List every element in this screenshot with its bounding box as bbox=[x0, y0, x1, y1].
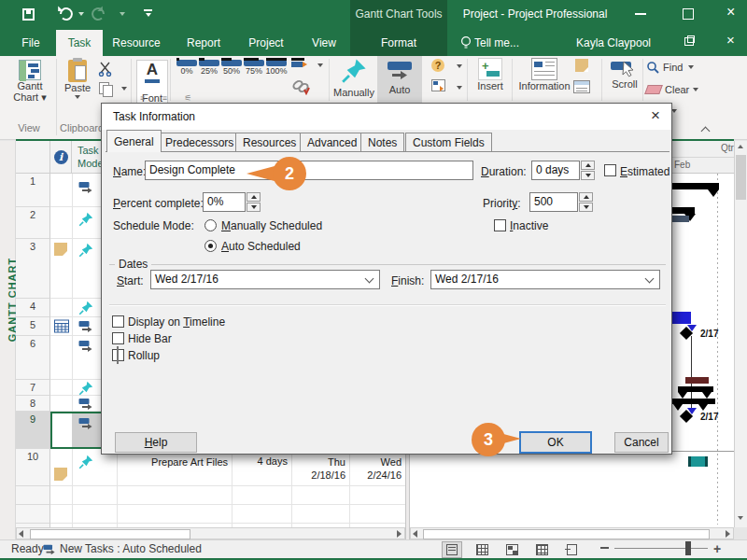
priority-spinner[interactable] bbox=[579, 192, 593, 212]
row-number-1[interactable]: 1 bbox=[16, 174, 50, 207]
copy-dropdown[interactable] bbox=[121, 87, 127, 91]
minimize-button[interactable] bbox=[635, 13, 646, 15]
collapse-ribbon-button[interactable] bbox=[698, 125, 712, 134]
cell-duration-row10[interactable]: 4 days bbox=[233, 455, 288, 467]
tab-view[interactable]: View bbox=[304, 30, 344, 56]
zoom-slider-handle[interactable] bbox=[685, 541, 691, 555]
tab-resource[interactable]: Resource bbox=[106, 30, 166, 56]
name-input[interactable]: Design Complete bbox=[145, 161, 473, 180]
tab-project[interactable]: Project bbox=[241, 30, 291, 56]
dialog-tab-advanced[interactable]: Advanced bbox=[300, 133, 364, 152]
manually-scheduled-radio[interactable] bbox=[204, 219, 217, 231]
priority-input[interactable]: 500 bbox=[529, 192, 578, 212]
tab-task[interactable]: Task bbox=[56, 30, 103, 56]
respect-links-dropdown[interactable] bbox=[317, 63, 323, 67]
chart-vscrollbar[interactable] bbox=[734, 141, 747, 527]
maximize-button[interactable] bbox=[683, 8, 694, 20]
pct-50-button[interactable]: 50% bbox=[220, 60, 243, 80]
row-number-6[interactable]: 6 bbox=[16, 336, 50, 380]
tab-report[interactable]: Report bbox=[179, 30, 228, 56]
row-number-3[interactable]: 3 bbox=[16, 239, 50, 299]
percent-spinner[interactable] bbox=[247, 192, 261, 212]
view-sheet-button[interactable] bbox=[531, 541, 552, 558]
find-button[interactable]: Find bbox=[646, 60, 702, 75]
details-button[interactable] bbox=[573, 80, 594, 97]
information-button[interactable]: Information bbox=[515, 58, 573, 102]
link-tasks-button[interactable] bbox=[291, 78, 312, 97]
view-form-button[interactable] bbox=[561, 541, 582, 558]
insert-task-button[interactable]: + Insert bbox=[472, 58, 508, 102]
auto-scheduled-radio[interactable] bbox=[204, 240, 217, 252]
row-number-empty-2[interactable] bbox=[16, 505, 50, 524]
status-new-tasks[interactable]: New Tasks : Auto Scheduled bbox=[60, 542, 202, 555]
respect-links-button[interactable] bbox=[291, 58, 312, 73]
estimated-checkbox[interactable] bbox=[604, 164, 616, 176]
row-number-5[interactable]: 5 bbox=[16, 317, 50, 336]
row-number-empty-1[interactable] bbox=[16, 486, 50, 505]
row-number-4[interactable]: 4 bbox=[16, 299, 50, 317]
redo-button[interactable] bbox=[90, 6, 108, 22]
auto-schedule-button[interactable]: Auto bbox=[377, 56, 422, 103]
cancel-button[interactable]: Cancel bbox=[614, 432, 669, 453]
start-combo-chevron[interactable] bbox=[365, 274, 374, 284]
zoom-in-button[interactable]: + bbox=[713, 541, 721, 556]
start-combobox[interactable]: Wed 2/17/16 bbox=[150, 270, 380, 289]
ok-button[interactable]: OK bbox=[519, 431, 592, 454]
zoom-slider-track[interactable] bbox=[614, 548, 708, 549]
cell-task-name-row10[interactable]: Prepare Art Files bbox=[120, 455, 228, 483]
cell-start-row10[interactable]: Thu 2/18/16 bbox=[293, 455, 345, 483]
row-number-8[interactable]: 8 bbox=[16, 396, 50, 412]
view-gantt-button[interactable] bbox=[442, 541, 462, 558]
inactivate-dropdown[interactable] bbox=[457, 64, 462, 68]
chart-hscrollbar[interactable] bbox=[410, 527, 734, 539]
close-button[interactable]: × bbox=[726, 4, 735, 21]
user-name[interactable]: Kayla Claypool bbox=[571, 30, 655, 56]
cell-finish-row10[interactable]: Wed 2/24/16 bbox=[351, 455, 402, 483]
vscroll-up-arrow[interactable] bbox=[738, 145, 743, 148]
table-hscrollbar[interactable] bbox=[16, 527, 405, 539]
finish-combobox[interactable]: Wed 2/17/16 bbox=[430, 270, 660, 289]
gantt-chart-view-button[interactable]: Gantt Chart ▾ bbox=[7, 60, 52, 119]
dialog-title-bar[interactable]: Task Information × bbox=[102, 104, 671, 130]
clear-button[interactable]: Clear bbox=[646, 82, 702, 97]
restore-window-button[interactable] bbox=[684, 37, 694, 46]
pct-0-button[interactable]: 0% bbox=[176, 60, 198, 80]
scroll-to-task-button[interactable]: Scroll bbox=[607, 58, 642, 102]
dialog-close-icon[interactable]: × bbox=[651, 106, 660, 125]
help-button[interactable]: Help bbox=[115, 432, 197, 453]
percent-complete-input[interactable]: 0% bbox=[203, 192, 246, 212]
dialog-tab-general[interactable]: General bbox=[106, 130, 162, 152]
tell-me-box[interactable]: Tell me... bbox=[474, 30, 527, 56]
paste-button[interactable]: Paste bbox=[60, 60, 95, 119]
pct-100-button[interactable]: 100% bbox=[265, 60, 288, 80]
zoom-out-button[interactable] bbox=[600, 547, 609, 549]
pct-25-button[interactable]: 25% bbox=[198, 60, 220, 80]
row-number-7[interactable]: 7 bbox=[16, 380, 50, 396]
qat-customize-button[interactable] bbox=[144, 9, 153, 19]
undo-dropdown[interactable] bbox=[78, 12, 84, 16]
hide-bar-checkbox[interactable] bbox=[112, 332, 124, 344]
duration-spinner[interactable] bbox=[581, 161, 595, 180]
manually-schedule-button[interactable]: Manually bbox=[332, 58, 375, 102]
move-task-dropdown[interactable] bbox=[457, 86, 462, 90]
pct-75-button[interactable]: 75% bbox=[243, 60, 265, 80]
row-number-10[interactable]: 10 bbox=[16, 449, 50, 486]
move-task-button[interactable] bbox=[431, 79, 456, 98]
vscroll-thumb[interactable] bbox=[736, 155, 746, 200]
duration-input[interactable]: 0 days bbox=[531, 161, 580, 180]
dialog-tab-custom-fields[interactable]: Custom Fields bbox=[405, 133, 492, 152]
finish-combo-chevron[interactable] bbox=[645, 274, 655, 284]
inactive-checkbox[interactable] bbox=[494, 219, 506, 231]
display-on-timeline-checkbox[interactable] bbox=[112, 315, 124, 328]
undo-button[interactable] bbox=[56, 6, 75, 22]
view-team-planner-button[interactable] bbox=[501, 541, 522, 558]
dialog-tab-notes[interactable]: Notes bbox=[360, 133, 404, 152]
tab-file[interactable]: File bbox=[9, 30, 52, 56]
redo-dropdown[interactable] bbox=[120, 12, 125, 16]
notes-button[interactable] bbox=[575, 59, 592, 76]
selected-task-bar[interactable] bbox=[670, 312, 691, 324]
task-bar-teal[interactable] bbox=[688, 456, 708, 467]
close-view-button[interactable]: × bbox=[726, 32, 735, 48]
row-number-2[interactable]: 2 bbox=[16, 207, 50, 239]
dialog-tab-resources[interactable]: Resources bbox=[235, 133, 303, 152]
